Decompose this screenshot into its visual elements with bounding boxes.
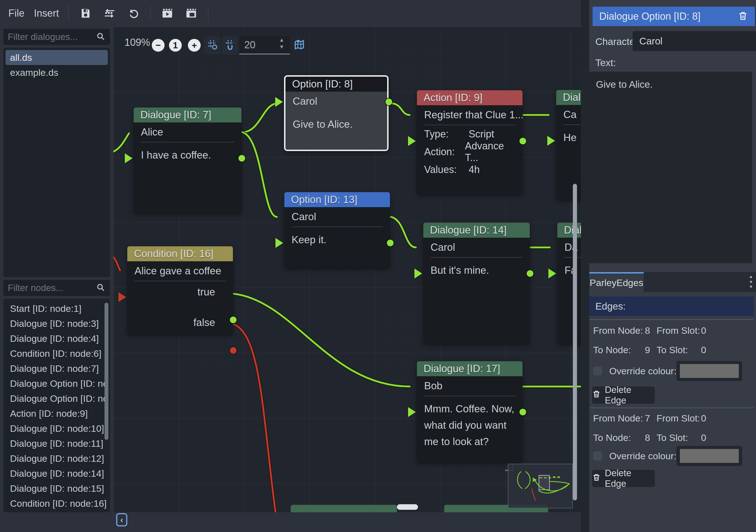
search-icon: [95, 282, 106, 293]
delete-edge-button[interactable]: Delete Edge: [592, 387, 655, 404]
colour-swatch[interactable]: [677, 446, 742, 466]
edge-row: From Node: 7 From Slot: 0: [593, 410, 749, 426]
menu-insert[interactable]: Insert: [34, 8, 59, 19]
input-port-icon[interactable]: [125, 153, 133, 163]
refresh-button[interactable]: [126, 6, 141, 20]
output-port-icon[interactable]: [520, 138, 526, 144]
input-port-icon[interactable]: [275, 97, 283, 107]
node-list-item[interactable]: Condition [ID: node:16]: [6, 496, 108, 511]
values-value: 4h: [469, 164, 480, 175]
parley-dialogue-editor: File Insert: [0, 0, 756, 532]
node-title: Option [ID: 8]: [285, 77, 387, 92]
edge-16-true-17[interactable]: [234, 294, 410, 387]
delete-edge-button[interactable]: Delete Edge: [592, 470, 655, 487]
zoom-in-button[interactable]: +: [188, 39, 201, 52]
node-list-item[interactable]: Start [ID: node:1]: [6, 301, 108, 316]
minimap[interactable]: [508, 464, 573, 508]
tab-parley-edges[interactable]: ParleyEdges: [589, 272, 644, 292]
node-text: But it's mine.: [423, 258, 530, 278]
to-slot-label: To Slot:: [657, 432, 701, 443]
override-colour-checkbox[interactable]: [593, 367, 602, 375]
node-list-item[interactable]: Dialogue [ID: node:7]: [6, 361, 108, 376]
node-list-scrollbar[interactable]: [104, 303, 108, 440]
canvas-vertical-scrollbar[interactable]: [573, 184, 577, 500]
node-character: Bob: [417, 376, 523, 396]
save-button[interactable]: [78, 6, 93, 20]
horizontal-scrollbar-thumb[interactable]: [397, 504, 418, 510]
inspector-panel: Dialogue Option [ID: 8] Character: Carol…: [589, 0, 756, 532]
edge-7-8[interactable]: [242, 103, 278, 132]
false-output-port-icon[interactable]: [230, 347, 236, 354]
character-dropdown[interactable]: Carol ▾: [633, 31, 756, 51]
edge-13-14[interactable]: [391, 217, 416, 247]
zoom-reset-button[interactable]: 1: [169, 39, 182, 52]
node-list-item[interactable]: Dialogue [ID: node:10]: [6, 421, 108, 436]
bottom-dock-tabs: ParleyEdges: [589, 272, 756, 292]
text-label: Text:: [595, 57, 616, 68]
edge-8-9[interactable]: [391, 103, 410, 115]
dialogue-file-item[interactable]: example.ds: [6, 65, 108, 80]
toggle-minimap-button[interactable]: [291, 36, 308, 54]
text-textarea[interactable]: Give to Alice.: [589, 72, 752, 263]
dialogue-file-item-selected[interactable]: all.ds: [6, 50, 108, 65]
node-title: Dial: [556, 90, 581, 105]
input-port-icon[interactable]: [548, 268, 556, 278]
edge-7-13[interactable]: [242, 132, 277, 217]
override-colour-checkbox[interactable]: [593, 451, 602, 460]
graph-node-dialogue-17[interactable]: Dialogue [ID: 17] Bob Mmm. Coffee. Now, …: [417, 361, 523, 462]
input-port-icon[interactable]: [408, 136, 416, 146]
nodes-filter-input[interactable]: Filter nodes...: [3, 280, 110, 296]
input-port-icon[interactable]: [547, 136, 555, 146]
input-port-icon[interactable]: [276, 238, 283, 248]
collapse-sidebar-button[interactable]: ‹: [116, 513, 127, 526]
toolbar-separator: [68, 6, 69, 21]
output-port-icon[interactable]: [386, 99, 392, 105]
graph-canvas[interactable]: Dialogue [ID: 7] Alice I have a coffee. …: [113, 27, 581, 512]
edge-16-false[interactable]: [234, 324, 276, 512]
menu-file[interactable]: File: [8, 8, 24, 19]
node-list-item[interactable]: Dialogue [ID: node:15]: [6, 481, 108, 496]
trash-icon[interactable]: [738, 11, 748, 22]
node-list-item[interactable]: Dialogue [ID: node:4]: [6, 331, 108, 346]
dialogues-filter-input[interactable]: Filter dialogues...: [3, 29, 110, 45]
kebab-menu-icon[interactable]: [750, 276, 752, 288]
graph-node-dialogue-14[interactable]: Dialogue [ID: 14] Carol But it's mine.: [423, 223, 530, 343]
snap-distance-spinner[interactable]: ▲ ▼: [279, 37, 284, 49]
from-slot-label: From Slot:: [657, 325, 701, 336]
input-port-icon[interactable]: [119, 292, 126, 302]
dialogue-file-list: all.ds example.ds: [3, 48, 110, 277]
node-list-item[interactable]: Dialogue [ID: node:3]: [6, 316, 108, 331]
graph-node-option-13[interactable]: Option [ID: 13] Carol Keep it.: [284, 192, 390, 268]
node-list-item[interactable]: Dialogue [ID: node:14]: [6, 466, 108, 481]
input-port-icon[interactable]: [408, 407, 416, 417]
true-output-port-icon[interactable]: [230, 317, 236, 323]
toggle-grid-button[interactable]: [204, 36, 220, 54]
graph-node-action-9[interactable]: Action [ID: 9] Register that Clue 1... T…: [417, 90, 523, 194]
test-scene-button[interactable]: [184, 6, 199, 20]
graph-node-option-8[interactable]: Option [ID: 8] Carol Give to Alice.: [284, 75, 389, 151]
test-dialogue-button[interactable]: [160, 6, 175, 20]
node-list-item[interactable]: Action [ID: node:9]: [6, 406, 108, 421]
save-icon: [80, 8, 92, 19]
node-list-item[interactable]: Dialogue Option [ID: no...: [6, 391, 108, 406]
node-list-item[interactable]: Dialogue [ID: node:12]: [6, 451, 108, 466]
zoom-out-button[interactable]: −: [152, 39, 165, 52]
node-list-item[interactable]: Dialogue Option [ID: no...: [6, 376, 108, 391]
node-list-item[interactable]: Dialogue [ID: node:11]: [6, 436, 108, 451]
output-port-icon[interactable]: [387, 240, 393, 246]
output-port-icon[interactable]: [527, 270, 533, 277]
snap-to-grid-button[interactable]: [222, 36, 238, 54]
node-list-item[interactable]: Condition [ID: node:6]: [6, 346, 108, 361]
panel-divider[interactable]: [581, 0, 589, 532]
graph-node-partial-dialogue[interactable]: Dial Ca He: [556, 90, 581, 200]
edge-into-7[interactable]: [113, 133, 129, 152]
output-port-icon[interactable]: [238, 155, 245, 162]
input-port-icon[interactable]: [415, 268, 422, 278]
graph-node-condition-16[interactable]: Condition [ID: 16] Alice gave a coffee t…: [127, 246, 233, 334]
arrange-nodes-button[interactable]: [102, 6, 117, 20]
graph-node-partial-dialogue[interactable]: Dial Da Fa: [557, 223, 581, 343]
colour-swatch[interactable]: [677, 361, 742, 381]
output-port-icon[interactable]: [520, 409, 526, 416]
graph-node-dialogue-7[interactable]: Dialogue [ID: 7] Alice I have a coffee.: [134, 108, 242, 213]
edge-into-16[interactable]: [113, 257, 120, 270]
